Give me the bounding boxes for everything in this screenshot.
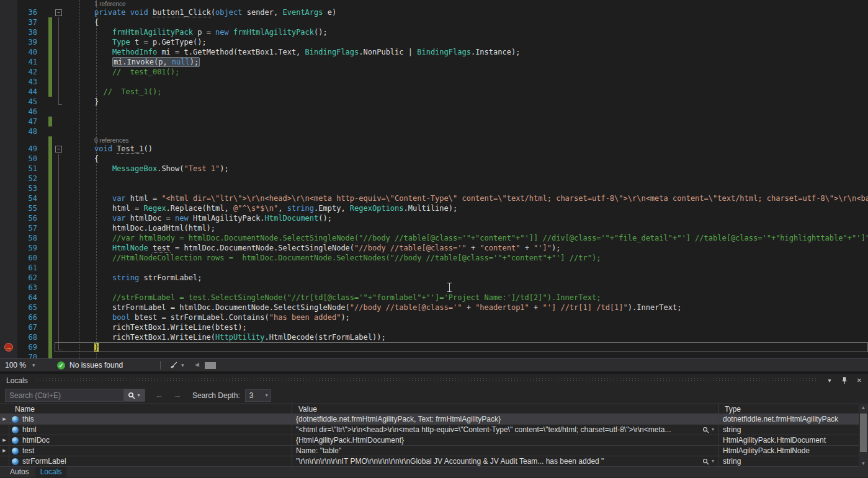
name-cell[interactable]: this [9,414,292,424]
current-statement-breakpoint-icon[interactable]: → [4,343,13,352]
code-line[interactable]: 51 MessageBox.Show("Test 1"); [0,164,868,174]
value-cell[interactable]: {dotnetfiddle.net.frmHtmlAgilityPack, Te… [292,414,718,424]
locals-row-this[interactable]: ▶this{dotnetfiddle.net.frmHtmlAgilityPac… [0,414,868,425]
scrollbar-thumb[interactable] [860,414,867,452]
code-line[interactable]: 41 mi.Invoke(p, null); [0,57,868,67]
pin-icon[interactable] [839,377,849,384]
code-text[interactable] [64,107,868,117]
breakpoint-margin[interactable] [0,107,17,117]
name-cell[interactable]: htmlDoc [9,435,292,445]
code-text[interactable]: void Test_1() [64,144,868,154]
type-cell[interactable]: string [718,456,859,466]
name-cell[interactable]: html [9,425,292,435]
expand-icon[interactable]: ▶ [2,414,6,424]
vertical-scrollbar[interactable]: ▲ ▼ [859,404,868,467]
scroll-down-icon[interactable]: ▼ [859,461,868,466]
code-line[interactable]: 47 [0,117,868,126]
locals-row-strFormLabel[interactable]: strFormLabel"\r\n\r\n\r\n\r\nIT PMO\r\n\… [0,456,868,467]
code-text[interactable] [64,352,868,358]
code-line[interactable]: 60 //HtmlNodeCollection rows = htmlDoc.D… [0,253,868,263]
collapse-region-icon[interactable]: − [55,9,62,16]
codelens-line[interactable]: 1 reference [0,0,868,7]
code-text[interactable]: } [64,97,868,107]
code-line[interactable]: 54 var html = "<html dir=\"ltr\">\r\n<he… [0,193,868,203]
fold-margin[interactable]: − [53,7,64,17]
breakpoint-margin[interactable] [0,7,17,17]
code-line[interactable]: 58 //var htmlBody = htmlDoc.DocumentNode… [0,233,868,243]
locals-row-htmlDoc[interactable]: ▶htmlDoc{HtmlAgilityPack.HtmlDocument}Ht… [0,435,868,446]
code-text[interactable]: // test_001(); [64,67,868,77]
code-line[interactable]: 68 richTextBox1.WriteLine(HttpUtility.Ht… [0,332,868,342]
search-depth-dropdown[interactable]: 3 ▾ [245,389,271,402]
type-cell[interactable]: HtmlAgilityPack.HtmlDocument [718,435,859,445]
forward-arrow-icon[interactable]: → [173,391,181,400]
breakpoint-margin[interactable] [0,67,17,77]
code-line[interactable]: 46 [0,107,868,117]
code-text[interactable]: HtmlNode test = htmlDoc.DocumentNode.Sel… [64,243,868,253]
code-line[interactable]: 62 string strFormLabel; [0,273,868,283]
scrollbar-thumb[interactable] [205,362,216,369]
breakpoint-margin[interactable] [0,352,17,358]
code-text[interactable] [64,283,868,293]
code-line[interactable]: 40 MethodInfo mi = t.GetMethod(textBox1.… [0,47,868,57]
code-text[interactable]: private void button1_Click(object sender… [64,7,868,17]
breakpoint-margin[interactable] [0,0,17,7]
search-button[interactable]: ▾ [123,389,145,401]
code-line[interactable]: 55 html = Regex.Replace(html, @"^\s*$\n"… [0,203,868,213]
code-text[interactable] [64,77,868,87]
breakpoint-margin[interactable] [0,223,17,233]
code-text[interactable]: { [64,17,868,27]
type-cell[interactable]: dotnetfiddle.net.frmHtmlAgilityPack [718,414,859,424]
breakpoint-margin[interactable] [0,322,17,332]
breakpoint-margin[interactable] [0,233,17,243]
code-health-indicator[interactable]: ✓ No issues found [57,361,123,370]
code-text[interactable] [64,126,868,136]
code-line[interactable]: 39 Type t = p.GetType(); [0,37,868,47]
tab-locals[interactable]: Locals [35,467,67,477]
scroll-up-icon[interactable]: ▲ [859,405,868,410]
search-input[interactable]: Search (Ctrl+E) ▾ [5,389,145,402]
code-editor[interactable]: 1 reference36−private void button1_Click… [0,0,868,358]
breakpoint-margin[interactable] [0,243,17,253]
zoom-level-control[interactable]: 100 % ▾ [0,359,40,371]
code-text[interactable]: 1 reference [64,0,868,7]
code-line[interactable]: 49−void Test_1() [0,144,868,154]
breakpoint-margin[interactable] [0,332,17,342]
breakpoint-margin[interactable] [0,213,17,223]
breakpoint-margin[interactable] [0,136,17,144]
code-text[interactable]: { [64,154,868,164]
locals-row-html[interactable]: html"<html dir=\"ltr\">\r\n<head>\r\n<me… [0,425,868,435]
close-icon[interactable]: ✕ [854,377,864,384]
breakpoint-margin[interactable] [0,87,17,97]
code-text[interactable]: //HtmlNodeCollection rows = htmlDoc.Docu… [64,253,868,263]
code-text[interactable] [64,174,868,184]
code-text[interactable]: var htmlDoc = new HtmlAgilityPack.HtmlDo… [64,213,868,223]
code-line[interactable]: 61 [0,263,868,273]
code-line[interactable]: 42 // test_001(); [0,67,868,77]
code-line[interactable]: 66 bool btest = strFormLabel.Contains("h… [0,312,868,322]
breakpoint-margin[interactable] [0,283,17,293]
scroll-left-icon[interactable]: ◀ [195,361,199,368]
breakpoint-margin[interactable] [0,77,17,87]
type-cell[interactable]: string [718,425,859,435]
value-cell[interactable]: "<html dir=\"ltr\">\r\n<head>\r\n<meta h… [292,425,718,435]
code-text[interactable]: MethodInfo mi = t.GetMethod(textBox1.Tex… [64,47,868,57]
text-visualizer-button[interactable]: ▾ [700,425,718,435]
code-line[interactable]: 56 var htmlDoc = new HtmlAgilityPack.Htm… [0,213,868,223]
breakpoint-margin[interactable] [0,144,17,154]
code-line[interactable]: 67 richTextBox1.WriteLine(btest); [0,322,868,332]
locals-title-bar[interactable]: Locals ▾ ✕ [0,374,868,387]
code-line[interactable]: 44 // Test_1(); [0,87,868,97]
codelens-references[interactable]: 0 references [94,137,129,144]
breakpoint-margin[interactable] [0,117,17,126]
code-line[interactable]: →69} [0,342,868,352]
type-cell[interactable]: HtmlAgilityPack.HtmlNode [718,446,859,456]
code-text[interactable]: MessageBox.Show("Test 1"); [64,164,868,174]
breakpoint-margin[interactable] [0,37,17,47]
code-line[interactable]: 50{ [0,154,868,164]
breakpoint-margin[interactable] [0,293,17,303]
code-line[interactable]: 64 //strFormLabel = test.SelectSingleNod… [0,293,868,303]
code-line[interactable]: 48 [0,126,868,136]
code-text[interactable]: //var htmlBody = htmlDoc.DocumentNode.Se… [64,233,868,243]
expand-icon[interactable]: ▶ [2,435,6,445]
